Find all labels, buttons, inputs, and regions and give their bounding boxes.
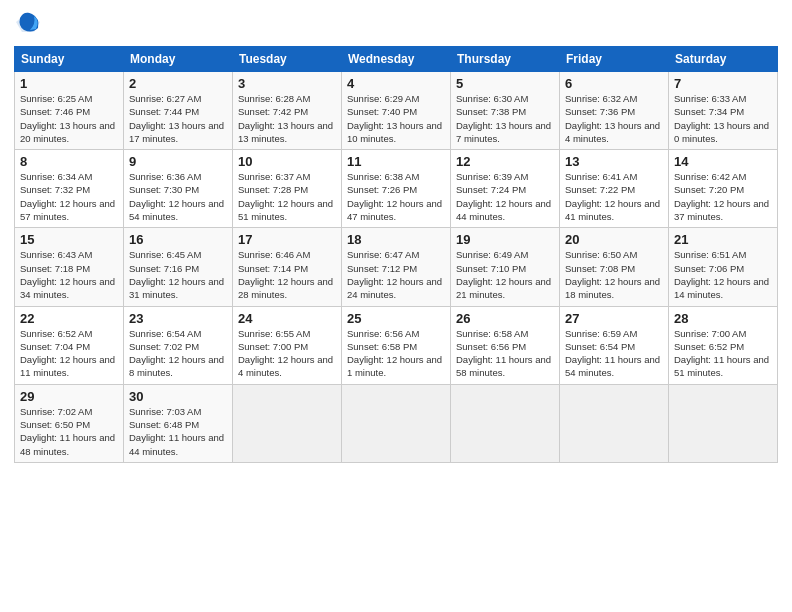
calendar-header: SundayMondayTuesdayWednesdayThursdayFrid…	[15, 47, 778, 72]
day-cell: 28 Sunrise: 7:00 AMSunset: 6:52 PMDaylig…	[669, 306, 778, 384]
day-cell: 22 Sunrise: 6:52 AMSunset: 7:04 PMDaylig…	[15, 306, 124, 384]
day-cell: 19 Sunrise: 6:49 AMSunset: 7:10 PMDaylig…	[451, 228, 560, 306]
day-cell: 3 Sunrise: 6:28 AMSunset: 7:42 PMDayligh…	[233, 72, 342, 150]
day-number: 2	[129, 76, 227, 91]
day-info: Sunrise: 6:36 AMSunset: 7:30 PMDaylight:…	[129, 171, 224, 222]
day-info: Sunrise: 7:02 AMSunset: 6:50 PMDaylight:…	[20, 406, 115, 457]
day-info: Sunrise: 6:27 AMSunset: 7:44 PMDaylight:…	[129, 93, 224, 144]
day-cell	[451, 384, 560, 462]
day-number: 28	[674, 311, 772, 326]
day-number: 20	[565, 232, 663, 247]
day-info: Sunrise: 6:59 AMSunset: 6:54 PMDaylight:…	[565, 328, 660, 379]
week-row-4: 22 Sunrise: 6:52 AMSunset: 7:04 PMDaylig…	[15, 306, 778, 384]
day-cell: 25 Sunrise: 6:56 AMSunset: 6:58 PMDaylig…	[342, 306, 451, 384]
week-row-5: 29 Sunrise: 7:02 AMSunset: 6:50 PMDaylig…	[15, 384, 778, 462]
day-info: Sunrise: 6:58 AMSunset: 6:56 PMDaylight:…	[456, 328, 551, 379]
day-cell: 23 Sunrise: 6:54 AMSunset: 7:02 PMDaylig…	[124, 306, 233, 384]
day-info: Sunrise: 6:56 AMSunset: 6:58 PMDaylight:…	[347, 328, 442, 379]
day-cell: 27 Sunrise: 6:59 AMSunset: 6:54 PMDaylig…	[560, 306, 669, 384]
day-info: Sunrise: 6:50 AMSunset: 7:08 PMDaylight:…	[565, 249, 660, 300]
page: SundayMondayTuesdayWednesdayThursdayFrid…	[0, 0, 792, 612]
logo-icon	[14, 8, 42, 36]
day-cell: 18 Sunrise: 6:47 AMSunset: 7:12 PMDaylig…	[342, 228, 451, 306]
day-number: 18	[347, 232, 445, 247]
day-cell: 16 Sunrise: 6:45 AMSunset: 7:16 PMDaylig…	[124, 228, 233, 306]
day-info: Sunrise: 6:47 AMSunset: 7:12 PMDaylight:…	[347, 249, 442, 300]
day-info: Sunrise: 6:41 AMSunset: 7:22 PMDaylight:…	[565, 171, 660, 222]
day-number: 27	[565, 311, 663, 326]
day-cell: 14 Sunrise: 6:42 AMSunset: 7:20 PMDaylig…	[669, 150, 778, 228]
day-cell: 12 Sunrise: 6:39 AMSunset: 7:24 PMDaylig…	[451, 150, 560, 228]
day-cell: 11 Sunrise: 6:38 AMSunset: 7:26 PMDaylig…	[342, 150, 451, 228]
day-number: 30	[129, 389, 227, 404]
day-number: 23	[129, 311, 227, 326]
day-cell: 7 Sunrise: 6:33 AMSunset: 7:34 PMDayligh…	[669, 72, 778, 150]
day-cell: 15 Sunrise: 6:43 AMSunset: 7:18 PMDaylig…	[15, 228, 124, 306]
day-number: 29	[20, 389, 118, 404]
header-row: SundayMondayTuesdayWednesdayThursdayFrid…	[15, 47, 778, 72]
day-cell: 29 Sunrise: 7:02 AMSunset: 6:50 PMDaylig…	[15, 384, 124, 462]
day-cell: 13 Sunrise: 6:41 AMSunset: 7:22 PMDaylig…	[560, 150, 669, 228]
day-info: Sunrise: 6:37 AMSunset: 7:28 PMDaylight:…	[238, 171, 333, 222]
header	[14, 10, 778, 38]
day-number: 16	[129, 232, 227, 247]
day-info: Sunrise: 6:25 AMSunset: 7:46 PMDaylight:…	[20, 93, 115, 144]
day-cell	[342, 384, 451, 462]
day-cell: 9 Sunrise: 6:36 AMSunset: 7:30 PMDayligh…	[124, 150, 233, 228]
day-info: Sunrise: 6:46 AMSunset: 7:14 PMDaylight:…	[238, 249, 333, 300]
day-cell: 21 Sunrise: 6:51 AMSunset: 7:06 PMDaylig…	[669, 228, 778, 306]
day-info: Sunrise: 6:38 AMSunset: 7:26 PMDaylight:…	[347, 171, 442, 222]
col-monday: Monday	[124, 47, 233, 72]
day-cell: 8 Sunrise: 6:34 AMSunset: 7:32 PMDayligh…	[15, 150, 124, 228]
day-info: Sunrise: 6:43 AMSunset: 7:18 PMDaylight:…	[20, 249, 115, 300]
day-info: Sunrise: 6:28 AMSunset: 7:42 PMDaylight:…	[238, 93, 333, 144]
day-cell: 30 Sunrise: 7:03 AMSunset: 6:48 PMDaylig…	[124, 384, 233, 462]
day-number: 21	[674, 232, 772, 247]
day-cell: 5 Sunrise: 6:30 AMSunset: 7:38 PMDayligh…	[451, 72, 560, 150]
day-info: Sunrise: 6:54 AMSunset: 7:02 PMDaylight:…	[129, 328, 224, 379]
day-number: 7	[674, 76, 772, 91]
day-cell: 1 Sunrise: 6:25 AMSunset: 7:46 PMDayligh…	[15, 72, 124, 150]
day-number: 1	[20, 76, 118, 91]
day-number: 12	[456, 154, 554, 169]
day-cell: 2 Sunrise: 6:27 AMSunset: 7:44 PMDayligh…	[124, 72, 233, 150]
col-saturday: Saturday	[669, 47, 778, 72]
day-info: Sunrise: 6:55 AMSunset: 7:00 PMDaylight:…	[238, 328, 333, 379]
day-number: 9	[129, 154, 227, 169]
day-number: 5	[456, 76, 554, 91]
day-cell: 17 Sunrise: 6:46 AMSunset: 7:14 PMDaylig…	[233, 228, 342, 306]
day-number: 15	[20, 232, 118, 247]
day-cell: 20 Sunrise: 6:50 AMSunset: 7:08 PMDaylig…	[560, 228, 669, 306]
day-number: 13	[565, 154, 663, 169]
col-thursday: Thursday	[451, 47, 560, 72]
logo	[14, 10, 44, 38]
col-wednesday: Wednesday	[342, 47, 451, 72]
day-info: Sunrise: 6:29 AMSunset: 7:40 PMDaylight:…	[347, 93, 442, 144]
day-number: 26	[456, 311, 554, 326]
day-info: Sunrise: 6:34 AMSunset: 7:32 PMDaylight:…	[20, 171, 115, 222]
day-cell: 10 Sunrise: 6:37 AMSunset: 7:28 PMDaylig…	[233, 150, 342, 228]
day-info: Sunrise: 7:00 AMSunset: 6:52 PMDaylight:…	[674, 328, 769, 379]
day-number: 11	[347, 154, 445, 169]
day-number: 10	[238, 154, 336, 169]
day-number: 24	[238, 311, 336, 326]
calendar-body: 1 Sunrise: 6:25 AMSunset: 7:46 PMDayligh…	[15, 72, 778, 463]
day-cell	[233, 384, 342, 462]
day-info: Sunrise: 7:03 AMSunset: 6:48 PMDaylight:…	[129, 406, 224, 457]
day-info: Sunrise: 6:51 AMSunset: 7:06 PMDaylight:…	[674, 249, 769, 300]
week-row-3: 15 Sunrise: 6:43 AMSunset: 7:18 PMDaylig…	[15, 228, 778, 306]
col-sunday: Sunday	[15, 47, 124, 72]
day-number: 19	[456, 232, 554, 247]
day-cell: 26 Sunrise: 6:58 AMSunset: 6:56 PMDaylig…	[451, 306, 560, 384]
day-info: Sunrise: 6:30 AMSunset: 7:38 PMDaylight:…	[456, 93, 551, 144]
day-info: Sunrise: 6:39 AMSunset: 7:24 PMDaylight:…	[456, 171, 551, 222]
day-number: 17	[238, 232, 336, 247]
day-cell: 6 Sunrise: 6:32 AMSunset: 7:36 PMDayligh…	[560, 72, 669, 150]
calendar: SundayMondayTuesdayWednesdayThursdayFrid…	[14, 46, 778, 463]
day-info: Sunrise: 6:45 AMSunset: 7:16 PMDaylight:…	[129, 249, 224, 300]
day-number: 3	[238, 76, 336, 91]
day-number: 14	[674, 154, 772, 169]
day-info: Sunrise: 6:32 AMSunset: 7:36 PMDaylight:…	[565, 93, 660, 144]
col-tuesday: Tuesday	[233, 47, 342, 72]
day-cell	[669, 384, 778, 462]
